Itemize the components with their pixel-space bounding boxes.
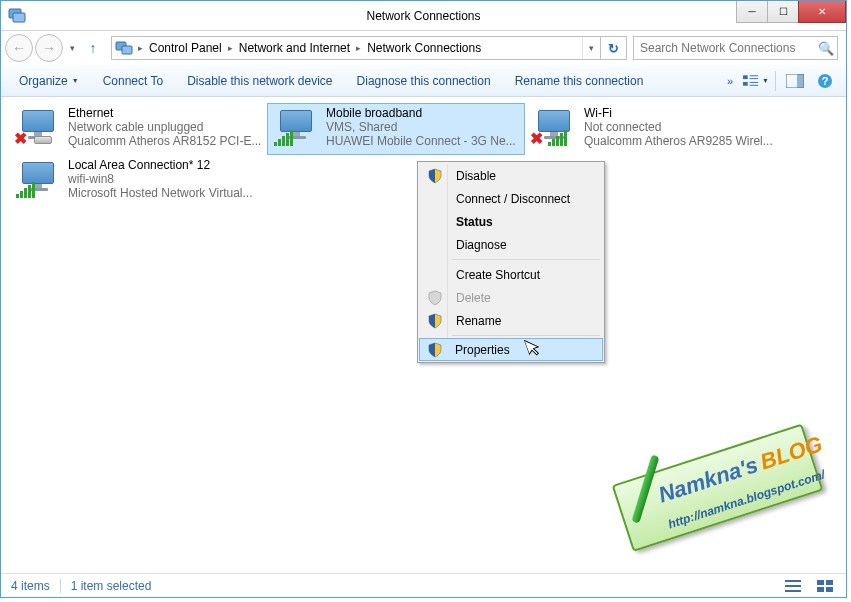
connection-device: Qualcomm Atheros AR9285 Wirel... [584, 134, 778, 148]
menu-separator [452, 259, 600, 260]
connection-ethernet[interactable]: ✖ Ethernet Network cable unplugged Qualc… [9, 103, 267, 155]
back-button[interactable]: ← [5, 34, 33, 62]
navigation-bar: ← → ▾ ↑ ▸ Control Panel ▸ Network and In… [1, 31, 846, 65]
connection-status: VMS, Shared [326, 120, 520, 134]
overflow-chevron-icon[interactable]: » [721, 75, 739, 87]
window-controls: ─ ☐ ✕ [737, 1, 846, 23]
details-view-button[interactable] [782, 577, 804, 595]
explorer-window: Network Connections ─ ☐ ✕ ← → ▾ ↑ ▸ Cont… [0, 0, 847, 598]
lan-icon [14, 158, 64, 202]
status-separator [60, 579, 61, 593]
watermark-brand: Namkna's [655, 452, 761, 508]
view-options-button[interactable]: ▼ [743, 68, 769, 94]
connection-status: Not connected [584, 120, 778, 134]
watermark-logo: Namkna'sBLOG http://namkna.blogspot.com/ [583, 389, 848, 577]
menu-diagnose[interactable]: Diagnose [420, 233, 602, 256]
status-bar: 4 items 1 item selected [1, 573, 846, 597]
maximize-button[interactable]: ☐ [767, 1, 799, 23]
titlebar: Network Connections ─ ☐ ✕ [1, 1, 846, 31]
svg-rect-5 [743, 81, 748, 85]
menu-status[interactable]: Status [420, 210, 602, 233]
organize-menu[interactable]: Organize▼ [9, 70, 89, 92]
menu-create-shortcut[interactable]: Create Shortcut [420, 263, 602, 286]
crumb-sep[interactable]: ▸ [226, 43, 235, 53]
command-toolbar: Organize▼ Connect To Disable this networ… [1, 65, 846, 97]
search-icon[interactable]: 🔍 [815, 41, 837, 56]
svg-rect-3 [122, 46, 132, 54]
shield-icon [427, 313, 443, 329]
forward-button[interactable]: → [35, 34, 63, 62]
search-box[interactable]: 🔍 [633, 36, 838, 60]
menu-label: Disable [456, 169, 496, 183]
shield-icon [427, 290, 443, 306]
svg-text:?: ? [822, 75, 829, 87]
menu-label: Properties [455, 343, 510, 357]
status-selected-count: 1 item selected [71, 579, 152, 593]
shield-icon [427, 168, 443, 184]
menu-separator [452, 335, 600, 336]
diagnose-button[interactable]: Diagnose this connection [347, 70, 501, 92]
up-button[interactable]: ↑ [81, 36, 105, 60]
menu-properties[interactable]: Properties [419, 338, 603, 361]
disable-device-button[interactable]: Disable this network device [177, 70, 342, 92]
shield-icon [427, 342, 443, 358]
menu-delete: Delete [420, 286, 602, 309]
close-button[interactable]: ✕ [798, 1, 846, 23]
connection-wifi[interactable]: ✖ Wi-Fi Not connected Qualcomm Atheros A… [525, 103, 783, 155]
svg-rect-17 [817, 580, 824, 585]
crumb-root-sep[interactable]: ▸ [136, 43, 145, 53]
svg-rect-8 [750, 81, 759, 82]
menu-connect-disconnect[interactable]: Connect / Disconnect [420, 187, 602, 210]
location-icon [114, 38, 134, 58]
svg-rect-11 [797, 74, 804, 88]
rename-button[interactable]: Rename this connection [505, 70, 654, 92]
crumb-network-connections[interactable]: Network Connections [363, 41, 485, 55]
caret-icon: ▼ [762, 77, 769, 84]
connection-mobile-broadband[interactable]: Mobile broadband VMS, Shared HUAWEI Mobi… [267, 103, 525, 155]
connection-device: Qualcomm Atheros AR8152 PCI-E... [68, 134, 262, 148]
connection-status: wifi-win8 [68, 172, 262, 186]
svg-rect-18 [826, 580, 833, 585]
connect-to-button[interactable]: Connect To [93, 70, 174, 92]
svg-rect-1 [13, 13, 25, 22]
menu-rename[interactable]: Rename [420, 309, 602, 332]
connection-name: Mobile broadband [326, 106, 520, 120]
address-bar[interactable]: ▸ Control Panel ▸ Network and Internet ▸… [111, 36, 627, 60]
svg-rect-7 [750, 78, 759, 79]
context-menu: Disable Connect / Disconnect Status Diag… [417, 161, 605, 363]
window-title: Network Connections [366, 9, 480, 23]
menu-label: Delete [456, 291, 491, 305]
svg-rect-6 [750, 75, 759, 76]
preview-pane-button[interactable] [782, 68, 808, 94]
watermark-url: http://namkna.blogspot.com/ [666, 467, 826, 531]
caret-icon: ▼ [72, 77, 79, 84]
crumb-sep[interactable]: ▸ [354, 43, 363, 53]
crumb-network-internet[interactable]: Network and Internet [235, 41, 354, 55]
help-button[interactable]: ? [812, 68, 838, 94]
connection-name: Wi-Fi [584, 106, 778, 120]
svg-rect-14 [785, 580, 801, 582]
svg-rect-4 [743, 75, 748, 79]
menu-disable[interactable]: Disable [420, 164, 602, 187]
connection-lan-12[interactable]: Local Area Connection* 12 wifi-win8 Micr… [9, 155, 267, 207]
toolbar-separator [775, 71, 776, 91]
watermark-brand2: BLOG [757, 431, 825, 474]
refresh-button[interactable]: ↻ [600, 37, 626, 59]
address-dropdown[interactable]: ▾ [582, 37, 600, 59]
svg-rect-19 [817, 587, 824, 592]
connection-status: Network cable unplugged [68, 120, 262, 134]
tiles-view-button[interactable] [814, 577, 836, 595]
menu-label: Rename [456, 314, 501, 328]
titlebar-app-icon [7, 6, 27, 26]
svg-rect-16 [785, 590, 801, 592]
wifi-icon: ✖ [530, 106, 580, 150]
history-dropdown[interactable]: ▾ [65, 43, 79, 53]
crumb-control-panel[interactable]: Control Panel [145, 41, 226, 55]
minimize-button[interactable]: ─ [736, 1, 768, 23]
svg-rect-9 [750, 84, 759, 85]
organize-label: Organize [19, 74, 68, 88]
search-input[interactable] [634, 41, 815, 55]
svg-rect-15 [785, 585, 801, 587]
status-item-count: 4 items [11, 579, 50, 593]
connection-name: Local Area Connection* 12 [68, 158, 262, 172]
